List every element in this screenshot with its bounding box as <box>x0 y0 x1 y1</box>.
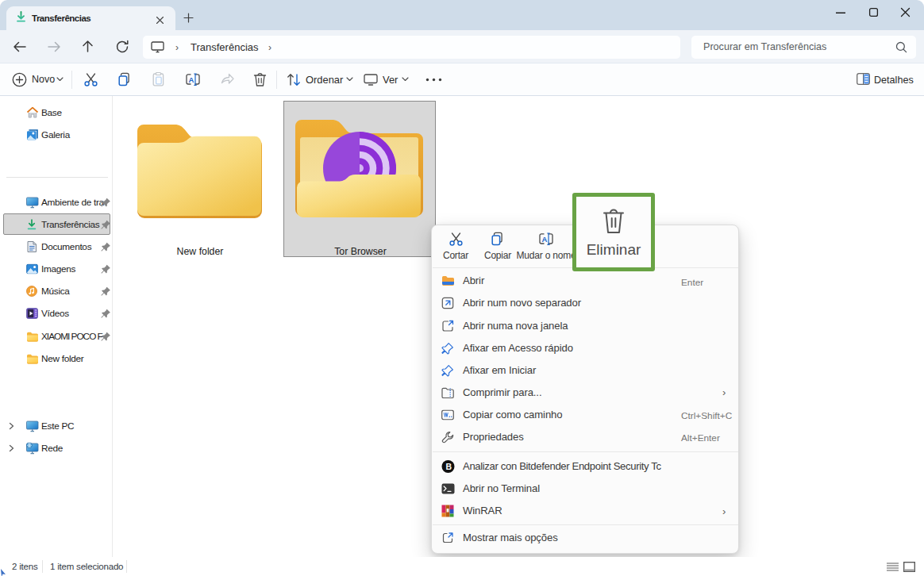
svg-text:A: A <box>542 235 548 244</box>
svg-text:B: B <box>445 462 452 471</box>
svg-text:A: A <box>189 75 194 84</box>
